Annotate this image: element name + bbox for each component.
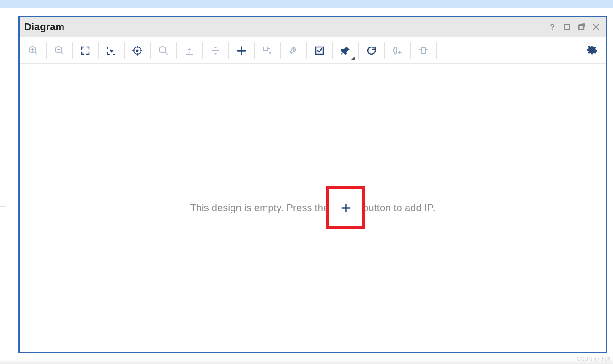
add-ip-button[interactable] bbox=[231, 41, 251, 61]
diagram-canvas[interactable]: This design is empty. Press the button t… bbox=[20, 64, 606, 352]
separator bbox=[436, 42, 437, 59]
separator bbox=[150, 42, 151, 59]
svg-point-1 bbox=[552, 29, 553, 30]
separator bbox=[202, 42, 203, 59]
pin-button[interactable] bbox=[335, 41, 356, 61]
separator bbox=[358, 42, 359, 59]
window-title: Diagram bbox=[24, 21, 547, 33]
toolbar bbox=[20, 37, 606, 64]
popout-icon[interactable] bbox=[576, 22, 587, 32]
svg-rect-9 bbox=[263, 47, 268, 51]
svg-rect-12 bbox=[422, 48, 425, 53]
sidebar-fragment-2 bbox=[0, 206, 6, 354]
expand-vert-button[interactable] bbox=[205, 41, 225, 61]
empty-plus-button[interactable] bbox=[333, 199, 358, 217]
zoom-fit-button[interactable] bbox=[75, 41, 95, 61]
bottom-shadow bbox=[0, 359, 613, 364]
dropdown-indicator-icon bbox=[351, 57, 355, 60]
maximize-icon[interactable] bbox=[562, 22, 572, 32]
separator bbox=[124, 42, 125, 59]
zoom-area-button[interactable] bbox=[101, 41, 121, 61]
make-connection-button[interactable] bbox=[257, 41, 278, 61]
zoom-in-button[interactable] bbox=[23, 41, 43, 61]
separator bbox=[254, 42, 255, 59]
svg-rect-2 bbox=[564, 25, 570, 30]
wrench-button[interactable] bbox=[283, 41, 304, 61]
svg-point-7 bbox=[137, 50, 138, 51]
collapse-vert-button[interactable] bbox=[179, 41, 199, 61]
empty-state-message: This design is empty. Press the button t… bbox=[190, 199, 435, 217]
separator bbox=[176, 42, 177, 59]
separator bbox=[384, 42, 385, 59]
svg-point-10 bbox=[269, 52, 271, 54]
separator bbox=[306, 42, 307, 59]
watermark: CSDN @小渊 bbox=[576, 355, 610, 363]
titlebar-actions bbox=[547, 22, 601, 32]
empty-prefix-text: This design is empty. Press the bbox=[190, 202, 329, 214]
address-editor-button[interactable] bbox=[388, 41, 408, 61]
titlebar: Diagram bbox=[20, 17, 606, 37]
validate-button[interactable] bbox=[309, 41, 330, 61]
sidebar-fragment-1 bbox=[0, 8, 6, 189]
separator bbox=[410, 42, 411, 59]
help-icon[interactable] bbox=[547, 22, 557, 32]
separator bbox=[98, 42, 99, 59]
empty-suffix-text: button to add IP. bbox=[363, 202, 435, 214]
separator bbox=[46, 42, 47, 59]
plus-icon bbox=[341, 203, 351, 213]
separator bbox=[72, 42, 73, 59]
settings-button[interactable] bbox=[582, 41, 602, 61]
search-button[interactable] bbox=[153, 41, 173, 61]
top-banner bbox=[0, 0, 613, 8]
default-view-button[interactable] bbox=[414, 41, 434, 61]
separator bbox=[332, 42, 333, 59]
diagram-window: Diagram bbox=[18, 16, 607, 353]
zoom-out-button[interactable] bbox=[49, 41, 69, 61]
separator bbox=[280, 42, 281, 59]
separator bbox=[228, 42, 229, 59]
close-icon[interactable] bbox=[591, 22, 601, 32]
auto-fit-button[interactable] bbox=[127, 41, 147, 61]
regenerate-button[interactable] bbox=[362, 41, 382, 61]
